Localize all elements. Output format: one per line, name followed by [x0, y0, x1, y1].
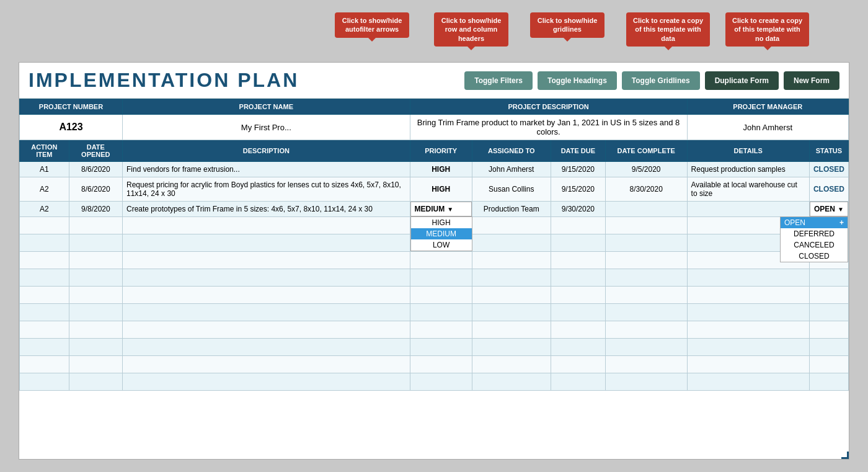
- project-name-value[interactable]: My First Pro...: [123, 115, 410, 140]
- row1-status[interactable]: CLOSED: [809, 162, 848, 177]
- row2-action[interactable]: A2: [20, 177, 69, 202]
- tooltip-newform: Click to create a copy of this template …: [725, 12, 809, 47]
- row3-date-opened[interactable]: 9/8/2020: [69, 202, 122, 217]
- page-title: IMPLEMENTATION PLAN: [29, 69, 464, 92]
- row1-date-complete[interactable]: 9/5/2020: [605, 162, 687, 177]
- status-option-open[interactable]: OPEN +: [781, 217, 848, 228]
- project-manager-value[interactable]: John Amherst: [687, 115, 848, 140]
- new-form-button[interactable]: New Form: [784, 71, 839, 90]
- row3-date-complete[interactable]: [605, 202, 687, 217]
- row3-date-due[interactable]: 9/30/2020: [551, 202, 605, 217]
- row3-description[interactable]: Create prototypes of Trim Frame in 5 siz…: [123, 202, 410, 217]
- row2-assigned-to[interactable]: Susan Collins: [472, 177, 551, 202]
- implementation-table: PROJECT NUMBER PROJECT NAME PROJECT DESC…: [19, 99, 849, 391]
- empty-row: [20, 252, 849, 269]
- row2-date-opened[interactable]: 8/6/2020: [69, 177, 122, 202]
- project-number-header: PROJECT NUMBER: [20, 99, 123, 115]
- tooltip-duplicate: Click to create a copy of this template …: [626, 12, 710, 47]
- action-item-header: ACTION ITEM: [20, 140, 69, 162]
- row1-description[interactable]: Find vendors for frame extrusion...: [123, 162, 410, 177]
- toggle-headings-button[interactable]: Toggle Headings: [538, 71, 617, 90]
- row1-action[interactable]: A1: [20, 162, 69, 177]
- row2-date-complete[interactable]: 8/30/2020: [605, 177, 687, 202]
- priority-option-low[interactable]: LOW: [411, 239, 472, 251]
- tooltip-gridlines: Click to show/hide gridlines: [530, 12, 604, 38]
- empty-row: [20, 373, 849, 391]
- duplicate-form-button[interactable]: Duplicate Form: [705, 71, 779, 90]
- row2-priority[interactable]: HIGH: [410, 177, 472, 202]
- app-wrapper: Click to show/hide autofilter arrows Cli…: [0, 0, 868, 472]
- main-content: IMPLEMENTATION PLAN Toggle Filters Toggl…: [19, 62, 849, 460]
- status-option-closed[interactable]: CLOSED: [781, 251, 848, 262]
- assigned-to-header: ASSIGNED TO: [472, 140, 551, 162]
- description-header: DESCRIPTION: [123, 140, 410, 162]
- priority-header: PRIORITY: [410, 140, 472, 162]
- project-info-row: A123 My First Pro... Bring Trim Frame pr…: [20, 115, 849, 140]
- empty-row: [20, 287, 849, 304]
- priority-dropdown-arrow[interactable]: ▼: [447, 206, 453, 213]
- empty-row: [20, 339, 849, 356]
- project-manager-header: PROJECT MANAGER: [687, 99, 848, 115]
- row3-status-cell[interactable]: OPEN ▼ OPEN + DEFERRED CANCELED CLOSED: [809, 202, 848, 217]
- status-dropdown[interactable]: OPEN + DEFERRED CANCELED CLOSED: [780, 216, 848, 262]
- status-option-canceled[interactable]: CANCELED: [781, 239, 848, 251]
- empty-row: [20, 269, 849, 287]
- row3-priority-cell[interactable]: MEDIUM ▼ HIGH MEDIUM LOW: [410, 202, 472, 217]
- toggle-filters-button[interactable]: Toggle Filters: [464, 71, 533, 90]
- project-description-header: PROJECT DESCRIPTION: [410, 99, 687, 115]
- row2-status[interactable]: CLOSED: [809, 177, 848, 202]
- status-dropdown-arrow[interactable]: ▼: [838, 206, 844, 213]
- tooltip-autofilter: Click to show/hide autofilter arrows: [335, 12, 409, 38]
- column-headers-row: ACTION ITEM DATE OPENED DESCRIPTION PRIO…: [20, 140, 849, 162]
- toggle-gridlines-button[interactable]: Toggle Gridlines: [622, 71, 700, 90]
- priority-value: MEDIUM: [415, 205, 445, 213]
- tooltip-headings: Click to show/hide row and column header…: [434, 12, 508, 47]
- date-opened-header: DATE OPENED: [69, 140, 122, 162]
- project-name-header: PROJECT NAME: [123, 99, 410, 115]
- row1-date-due[interactable]: 9/15/2020: [551, 162, 605, 177]
- row1-assigned-to[interactable]: John Amherst: [472, 162, 551, 177]
- empty-row: [20, 356, 849, 373]
- project-description-value[interactable]: Bring Trim Frame product to market by Ja…: [410, 115, 687, 140]
- details-header: DETAILS: [687, 140, 809, 162]
- status-option-deferred[interactable]: DEFERRED: [781, 228, 848, 239]
- row2-details[interactable]: Available at local warehouse cut to size: [687, 177, 809, 202]
- project-number-value[interactable]: A123: [20, 115, 123, 140]
- header-row: IMPLEMENTATION PLAN Toggle Filters Toggl…: [19, 63, 849, 99]
- status-header: STATUS: [809, 140, 848, 162]
- button-group: Toggle Filters Toggle Headings Toggle Gr…: [464, 71, 839, 90]
- row3-assigned-to[interactable]: Production Team: [472, 202, 551, 217]
- priority-option-high[interactable]: HIGH: [411, 217, 472, 228]
- empty-row: [20, 321, 849, 339]
- priority-dropdown[interactable]: HIGH MEDIUM LOW: [410, 216, 472, 251]
- table-row: A2 8/6/2020 Request pricing for acrylic …: [20, 177, 849, 202]
- row1-date-opened[interactable]: 8/6/2020: [69, 162, 122, 177]
- table-row: A1 8/6/2020 Find vendors for frame extru…: [20, 162, 849, 177]
- drag-corner[interactable]: [841, 452, 849, 459]
- row3-details[interactable]: [687, 202, 809, 217]
- table-row: A2 9/8/2020 Create prototypes of Trim Fr…: [20, 202, 849, 217]
- row2-date-due[interactable]: 9/15/2020: [551, 177, 605, 202]
- row1-details[interactable]: Request production samples: [687, 162, 809, 177]
- row3-action[interactable]: A2: [20, 202, 69, 217]
- priority-option-medium[interactable]: MEDIUM: [411, 228, 472, 239]
- status-value: OPEN: [814, 205, 835, 213]
- date-complete-header: DATE COMPLETE: [605, 140, 687, 162]
- empty-row: [20, 304, 849, 321]
- column-header-project: PROJECT NUMBER PROJECT NAME PROJECT DESC…: [20, 99, 849, 115]
- row1-priority[interactable]: HIGH: [410, 162, 472, 177]
- row2-description[interactable]: Request pricing for acrylic from Boyd pl…: [123, 177, 410, 202]
- date-due-header: DATE DUE: [551, 140, 605, 162]
